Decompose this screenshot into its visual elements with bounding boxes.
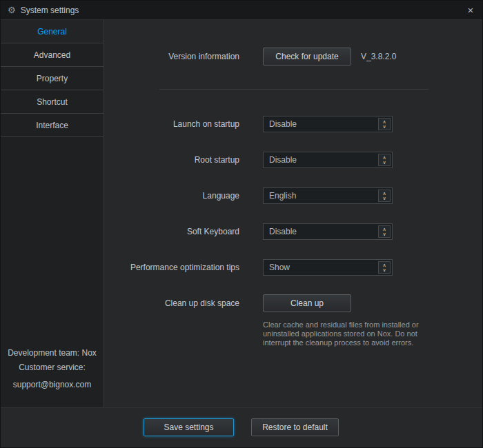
root-startup-dropdown[interactable]: Disable ∧ ∨ [263, 152, 393, 168]
dropdown-value: Show [264, 263, 290, 272]
chevron-down-icon: ∨ [382, 267, 386, 272]
sidebar: General Advanced Property Shortcut Inter… [1, 20, 104, 409]
chevron-up-icon: ∧ [382, 191, 386, 196]
section-divider [159, 89, 428, 90]
version-label: Version information [104, 52, 239, 61]
chevron-up-icon: ∧ [382, 263, 386, 267]
customer-service-text: Customer service: [1, 360, 103, 375]
launch-on-startup-dropdown[interactable]: Disable ∧ ∨ [263, 116, 393, 132]
chevron-up-icon: ∧ [382, 155, 386, 160]
clean-up-button[interactable]: Clean up [263, 294, 351, 312]
root-startup-label: Root startup [104, 155, 239, 165]
dropdown-stepper[interactable]: ∧ ∨ [378, 261, 391, 274]
setting-row: Performance optimization tips Show ∧ ∨ [104, 258, 482, 276]
gear-icon: ⚙ [8, 6, 16, 14]
version-row: Version information Check for update V_3… [104, 48, 482, 65]
setting-row: Soft Keyboard Disable ∧ ∨ [104, 223, 482, 241]
dev-team-text: Development team: Nox [1, 346, 103, 360]
tab-property[interactable]: Property [1, 67, 103, 90]
dropdown-stepper[interactable]: ∧ ∨ [378, 118, 391, 130]
language-dropdown[interactable]: English ∧ ∨ [263, 187, 393, 204]
chevron-down-icon: ∨ [382, 232, 386, 236]
tab-interface[interactable]: Interface [1, 114, 103, 137]
dropdown-value: Disable [264, 155, 297, 165]
cleanup-row: Clean up disk space Clean up [104, 294, 482, 312]
dropdown-stepper[interactable]: ∧ ∨ [378, 190, 391, 202]
soft-keyboard-label: Soft Keyboard [104, 227, 239, 236]
tab-general[interactable]: General [1, 20, 103, 43]
system-settings-window: ⚙ System settings × General Advanced Pro… [0, 0, 483, 448]
dropdown-stepper[interactable]: ∧ ∨ [378, 225, 391, 238]
dropdown-value: English [264, 191, 296, 201]
tab-shortcut[interactable]: Shortcut [1, 90, 103, 114]
performance-tips-label: Performance optimization tips [104, 263, 239, 272]
chevron-down-icon: ∨ [382, 124, 386, 129]
save-settings-button[interactable]: Save settings [144, 418, 234, 436]
setting-row: Language English ∧ ∨ [104, 187, 482, 205]
close-icon[interactable]: × [463, 3, 478, 18]
bottom-bar: Save settings Restore to default [1, 407, 482, 447]
check-for-update-button[interactable]: Check for update [263, 48, 351, 65]
launch-on-startup-label: Launch on startup [104, 119, 239, 129]
language-label: Language [104, 191, 239, 201]
setting-row: Launch on startup Disable ∧ ∨ [104, 115, 482, 133]
tab-advanced[interactable]: Advanced [1, 43, 103, 67]
sidebar-footer: Development team: Nox Customer service: … [1, 346, 103, 392]
dropdown-value: Disable [264, 227, 297, 236]
general-settings-panel: Version information Check for update V_3… [104, 20, 482, 409]
dropdown-stepper[interactable]: ∧ ∨ [378, 154, 391, 166]
chevron-up-icon: ∧ [382, 119, 386, 124]
window-title: System settings [21, 6, 79, 15]
performance-tips-dropdown[interactable]: Show ∧ ∨ [263, 259, 393, 276]
version-value: V_3.8.2.0 [361, 52, 396, 61]
soft-keyboard-dropdown[interactable]: Disable ∧ ∨ [263, 223, 393, 240]
title-bar: ⚙ System settings × [1, 1, 482, 20]
restore-to-default-button[interactable]: Restore to default [251, 418, 339, 436]
cleanup-label: Clean up disk space [104, 298, 239, 308]
setting-row: Root startup Disable ∧ ∨ [104, 151, 482, 169]
chevron-down-icon: ∨ [382, 160, 386, 165]
chevron-down-icon: ∨ [382, 196, 386, 201]
cleanup-description: Clear cache and residual files from inst… [263, 320, 437, 347]
support-email-text: support@bignox.com [1, 378, 103, 392]
chevron-up-icon: ∧ [382, 227, 386, 232]
dropdown-value: Disable [264, 119, 297, 129]
